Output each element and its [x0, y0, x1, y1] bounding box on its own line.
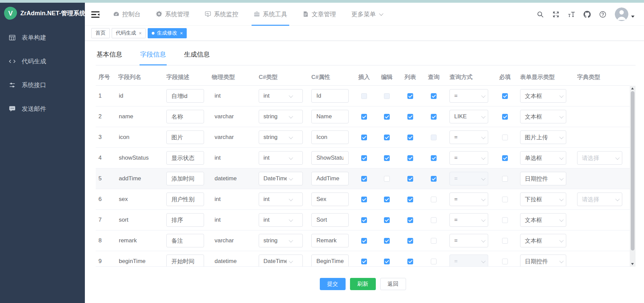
- nav-item-more-menu[interactable]: 更多菜单: [351, 3, 382, 26]
- tag-code-generation[interactable]: 代码生成×: [112, 28, 146, 38]
- csharp-property-input[interactable]: [311, 234, 349, 247]
- display-type-select[interactable]: 文本框: [520, 213, 566, 227]
- insert-checkbox[interactable]: [361, 217, 367, 223]
- query-checkbox[interactable]: [431, 93, 437, 99]
- query-mode-select[interactable]: =: [449, 234, 488, 247]
- nav-item-system-tools[interactable]: 系统工具: [254, 3, 287, 26]
- field-description-input[interactable]: [166, 213, 204, 227]
- query-mode-select[interactable]: =: [449, 130, 488, 144]
- insert-checkbox[interactable]: [361, 259, 367, 264]
- required-checkbox[interactable]: [502, 176, 508, 182]
- display-type-select[interactable]: 日期控件: [520, 172, 566, 185]
- list-checkbox[interactable]: [407, 259, 413, 264]
- edit-checkbox[interactable]: [384, 217, 390, 223]
- query-checkbox[interactable]: [431, 155, 437, 161]
- sidebar-item-code-generation[interactable]: 代码生成: [0, 49, 85, 73]
- submit-button[interactable]: 提交: [320, 278, 346, 290]
- list-checkbox[interactable]: [407, 135, 413, 140]
- query-mode-select[interactable]: =: [449, 255, 488, 267]
- tab-gen-info[interactable]: 生成信息: [183, 49, 210, 65]
- query-mode-select[interactable]: =: [449, 151, 488, 165]
- nav-item-system-admin[interactable]: 系统管理: [156, 3, 189, 26]
- csharp-property-input[interactable]: [311, 172, 349, 185]
- font-size-button[interactable]: [568, 11, 575, 18]
- nav-item-article-admin[interactable]: 文章管理: [302, 3, 336, 26]
- scrollbar-thumb[interactable]: [631, 91, 634, 250]
- display-type-select[interactable]: 文本框: [520, 234, 566, 247]
- dict-type-select[interactable]: 请选择: [577, 193, 622, 206]
- csharp-type-select[interactable]: string: [259, 234, 303, 247]
- csharp-property-input[interactable]: [311, 193, 349, 206]
- list-checkbox[interactable]: [407, 155, 413, 161]
- required-checkbox[interactable]: [502, 217, 508, 223]
- scroll-up-arrow-icon[interactable]: [631, 87, 634, 89]
- query-mode-select[interactable]: =: [449, 193, 488, 206]
- query-mode-select[interactable]: =: [449, 172, 488, 185]
- query-checkbox[interactable]: [431, 176, 437, 182]
- query-checkbox[interactable]: [431, 114, 437, 120]
- field-description-input[interactable]: [166, 110, 204, 123]
- user-menu[interactable]: [615, 7, 634, 21]
- tab-basic-info[interactable]: 基本信息: [96, 49, 123, 65]
- query-checkbox[interactable]: [431, 238, 437, 244]
- edit-checkbox[interactable]: [384, 155, 390, 161]
- nav-item-system-monitor[interactable]: 系统监控: [205, 3, 238, 26]
- csharp-property-input[interactable]: [311, 255, 349, 267]
- csharp-type-select[interactable]: int: [259, 89, 303, 103]
- csharp-type-select[interactable]: int: [259, 213, 303, 227]
- help-button[interactable]: [599, 11, 606, 18]
- list-checkbox[interactable]: [407, 238, 413, 244]
- query-checkbox[interactable]: [431, 217, 437, 223]
- field-description-input[interactable]: [166, 172, 204, 185]
- list-checkbox[interactable]: [407, 176, 413, 182]
- edit-checkbox[interactable]: [384, 135, 390, 140]
- query-checkbox[interactable]: [431, 259, 437, 264]
- edit-checkbox[interactable]: [384, 197, 390, 202]
- query-mode-select[interactable]: LIKE: [449, 110, 488, 123]
- insert-checkbox[interactable]: [361, 238, 367, 244]
- sidebar-collapse-icon[interactable]: [91, 11, 100, 18]
- tab-field-info[interactable]: 字段信息: [140, 49, 167, 65]
- query-mode-select[interactable]: =: [449, 89, 488, 103]
- tag-generate-edit[interactable]: 生成修改×: [148, 28, 187, 38]
- search-button[interactable]: [537, 11, 544, 18]
- required-checkbox[interactable]: [502, 155, 508, 161]
- nav-item-console[interactable]: 控制台: [113, 3, 141, 26]
- csharp-type-select[interactable]: string: [259, 130, 303, 144]
- refresh-button[interactable]: 刷新: [350, 278, 376, 290]
- csharp-property-input[interactable]: [311, 89, 349, 103]
- insert-checkbox[interactable]: [361, 135, 367, 140]
- display-type-select[interactable]: 文本框: [520, 89, 566, 103]
- field-description-input[interactable]: [166, 151, 204, 165]
- field-description-input[interactable]: [166, 234, 204, 247]
- close-icon[interactable]: ×: [139, 31, 142, 36]
- fullscreen-button[interactable]: [552, 11, 559, 18]
- field-description-input[interactable]: [166, 130, 204, 144]
- sidebar-item-form-build[interactable]: 表单构建: [0, 26, 85, 49]
- display-type-select[interactable]: 日期控件: [520, 255, 566, 267]
- field-description-input[interactable]: [166, 193, 204, 206]
- required-checkbox[interactable]: [502, 93, 508, 99]
- sidebar-item-send-mail[interactable]: 发送邮件: [0, 97, 85, 121]
- edit-checkbox[interactable]: [384, 259, 390, 264]
- required-checkbox[interactable]: [502, 238, 508, 244]
- required-checkbox[interactable]: [502, 114, 508, 120]
- csharp-property-input[interactable]: [311, 110, 349, 123]
- insert-checkbox[interactable]: [361, 197, 367, 202]
- list-checkbox[interactable]: [407, 217, 413, 223]
- csharp-property-input[interactable]: [311, 213, 349, 227]
- back-button[interactable]: 返回: [380, 278, 406, 290]
- close-icon[interactable]: ×: [180, 31, 183, 36]
- insert-checkbox[interactable]: [361, 176, 367, 182]
- csharp-type-select[interactable]: int: [259, 193, 303, 206]
- scroll-down-arrow-icon[interactable]: [631, 263, 634, 265]
- required-checkbox[interactable]: [502, 259, 508, 264]
- insert-checkbox[interactable]: [361, 155, 367, 161]
- query-mode-select[interactable]: =: [449, 213, 488, 227]
- list-checkbox[interactable]: [407, 93, 413, 99]
- display-type-select[interactable]: 文本框: [520, 110, 566, 123]
- query-checkbox[interactable]: [431, 197, 437, 202]
- required-checkbox[interactable]: [502, 197, 508, 202]
- insert-checkbox[interactable]: [361, 114, 367, 120]
- dict-type-select[interactable]: 请选择: [577, 151, 622, 165]
